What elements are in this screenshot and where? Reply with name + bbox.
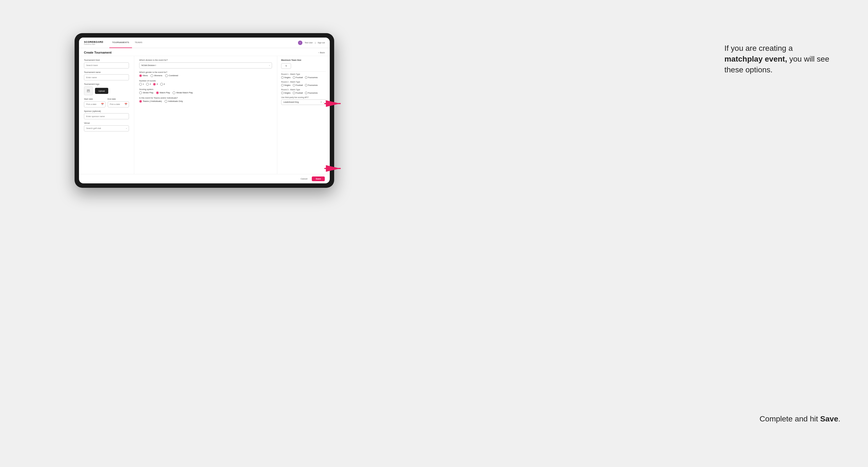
- max-team-size-label: Maximum Team Size: [281, 59, 326, 61]
- teams-teams[interactable]: Teams (+Individuals): [139, 100, 162, 103]
- scoring-stroke[interactable]: Stroke Play: [139, 91, 153, 94]
- rounds-1[interactable]: 1: [139, 83, 144, 86]
- round1-options: Singles Fourball Foursomes: [281, 76, 326, 79]
- form-middle: Which division is the event for? NCAA Di…: [134, 56, 277, 174]
- max-team-size-input[interactable]: [281, 63, 291, 69]
- tournament-host-input[interactable]: [84, 62, 129, 68]
- tournament-host-group: Tournament Host: [84, 59, 129, 68]
- round2-singles[interactable]: Singles: [281, 84, 290, 87]
- round2-foursomes[interactable]: Foursomes: [305, 84, 318, 87]
- venue-input[interactable]: [84, 125, 129, 131]
- back-button[interactable]: ‹ Back: [318, 51, 325, 54]
- venue-group: Venue ⌄: [84, 122, 129, 131]
- api-label: Use third-party live scoring API?: [281, 96, 326, 98]
- gender-combined[interactable]: Combined: [165, 74, 178, 77]
- tablet-screen: SCOREBOARD Powered by clippit TOURNAMENT…: [79, 37, 330, 183]
- round3-label: Round 3 - Match Type: [281, 89, 326, 91]
- form-footer: Cancel Save: [79, 174, 330, 183]
- round1-fourball[interactable]: Fourball: [293, 76, 303, 79]
- rounds-1-label: 1: [143, 83, 144, 85]
- teams-teams-label: Teams (+Individuals): [143, 100, 162, 102]
- arrow-to-match-type: [320, 98, 342, 109]
- rounds-group: Number of rounds 1 2: [139, 80, 272, 86]
- round3-singles-label: Singles: [284, 92, 290, 94]
- division-group: Which division is the event for? NCAA Di…: [139, 59, 272, 68]
- logo-placeholder: [84, 87, 93, 95]
- venue-select-wrapper: ⌄: [84, 125, 129, 131]
- start-date-group: Start date 📅: [84, 98, 105, 107]
- annotation-top-bold: matchplay event,: [724, 55, 787, 63]
- scoring-medal[interactable]: Medal Match Play: [173, 91, 193, 94]
- cancel-button[interactable]: Cancel: [298, 177, 310, 181]
- api-select-wrapper: Leaderboard King ✕ ⌄: [281, 99, 326, 105]
- nav-links: TOURNAMENTS TEAMS: [110, 37, 298, 48]
- save-button[interactable]: Save: [312, 177, 325, 181]
- round1-foursomes[interactable]: Foursomes: [305, 76, 318, 79]
- tablet-frame: SCOREBOARD Powered by clippit TOURNAMENT…: [74, 33, 334, 188]
- scoring-match[interactable]: Match Play: [156, 91, 170, 94]
- round1-label: Round 1 - Match Type: [281, 73, 326, 75]
- rounds-3[interactable]: 3: [153, 83, 158, 86]
- sign-out-link[interactable]: Sign out: [318, 42, 325, 44]
- tournament-name-group: Tournament name: [84, 71, 129, 81]
- round3-options: Singles Fourball Foursomes: [281, 92, 326, 94]
- max-team-size-group: Maximum Team Size: [281, 59, 326, 69]
- pipe-divider: |: [315, 42, 315, 44]
- division-select-wrapper: NCAA Division I ⌄: [139, 62, 272, 68]
- teams-group: Is this event for Teams and/or Individua…: [139, 97, 272, 103]
- teams-individuals[interactable]: Individuals Only: [164, 100, 183, 103]
- scoring-group: Scoring system Stroke Play Match Play: [139, 88, 272, 94]
- teams-individuals-label: Individuals Only: [168, 100, 183, 102]
- rounds-label: Number of rounds: [139, 80, 272, 82]
- round3-singles[interactable]: Singles: [281, 92, 290, 94]
- page-header: Create Tournament ‹ Back: [79, 48, 330, 56]
- rounds-radio-group: 1 2 3 4: [139, 83, 272, 86]
- gender-radio-group: Mens Womens Combined: [139, 74, 272, 77]
- round2-fourball[interactable]: Fourball: [293, 84, 303, 87]
- avatar: T: [298, 40, 302, 45]
- nav-teams[interactable]: TEAMS: [132, 37, 145, 48]
- scoring-match-label: Match Play: [160, 91, 170, 94]
- round1-singles-label: Singles: [284, 76, 290, 79]
- round3-fourball[interactable]: Fourball: [293, 92, 303, 94]
- division-select[interactable]: NCAA Division I: [139, 62, 272, 68]
- round3-match-type: Round 3 - Match Type Singles Fourball: [281, 89, 326, 94]
- rounds-2[interactable]: 2: [146, 83, 151, 86]
- brand-subtitle: Powered by clippit: [84, 43, 103, 45]
- round2-fourball-label: Fourball: [296, 84, 303, 86]
- upload-button[interactable]: Upload: [95, 88, 108, 94]
- teams-radio-group: Teams (+Individuals) Individuals Only: [139, 100, 272, 103]
- tournament-name-input[interactable]: [84, 74, 129, 81]
- annotation-top: If you are creating a matchplay event, y…: [724, 43, 829, 75]
- api-select-display[interactable]: Leaderboard King: [281, 99, 326, 105]
- nav-tournaments[interactable]: TOURNAMENTS: [110, 37, 132, 48]
- tournament-name-label: Tournament name: [84, 71, 129, 73]
- rounds-4-label: 4: [164, 83, 165, 85]
- brand: SCOREBOARD Powered by clippit: [84, 40, 103, 45]
- gender-label: Which gender is the event for?: [139, 71, 272, 73]
- tournament-logo-label: Tournament logo: [84, 83, 129, 85]
- gender-womens[interactable]: Womens: [151, 74, 162, 77]
- date-row: Start date 📅 End date 📅: [84, 98, 129, 107]
- round2-match-type: Round 2 - Match Type Singles Fourball: [281, 81, 326, 87]
- api-section: Use third-party live scoring API? Leader…: [281, 96, 326, 105]
- round3-foursomes[interactable]: Foursomes: [305, 92, 318, 94]
- round1-match-type: Round 1 - Match Type Singles Fourball: [281, 73, 326, 79]
- user-name: Test User: [305, 42, 313, 44]
- rounds-4[interactable]: 4: [160, 83, 165, 86]
- round2-singles-label: Singles: [284, 84, 290, 86]
- end-date-wrapper: 📅: [108, 101, 129, 107]
- logo-upload-area: Upload: [84, 87, 129, 95]
- nav-right: T Test User | Sign out: [298, 40, 325, 45]
- round2-label: Round 2 - Match Type: [281, 81, 326, 83]
- end-date-group: End date 📅: [108, 98, 129, 107]
- gender-mens[interactable]: Mens: [139, 74, 148, 77]
- rounds-2-label: 2: [150, 83, 151, 85]
- api-value: Leaderboard King: [283, 101, 299, 103]
- form-left: Tournament Host Tournament name Tourname…: [79, 56, 134, 174]
- annotation-bottom-text1: Complete and hit: [760, 414, 820, 423]
- round1-singles[interactable]: Singles: [281, 76, 290, 79]
- sponsor-input[interactable]: [84, 113, 129, 119]
- round2-options: Singles Fourball Foursomes: [281, 84, 326, 87]
- start-date-label: Start date: [84, 98, 105, 100]
